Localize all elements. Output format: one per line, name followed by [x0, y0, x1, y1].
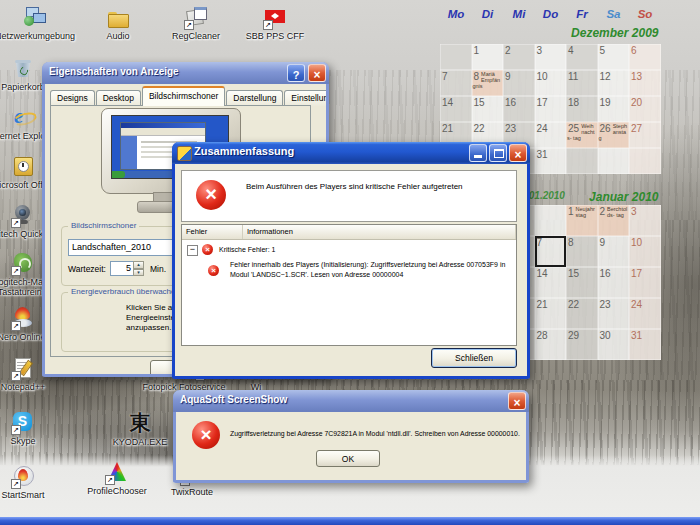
error-icon-item: × — [208, 265, 219, 276]
audio-icon — [106, 5, 130, 29]
shortcut-arrow-icon: ↗ — [11, 266, 21, 276]
ok-button[interactable]: OK — [316, 450, 380, 467]
shortcut-arrow-icon: ↗ — [11, 425, 21, 435]
shortcut-arrow-icon: ↗ — [11, 218, 21, 228]
display-properties-title: Eigenschaften von Anzeige — [49, 66, 179, 77]
mini-toolbar — [121, 128, 205, 136]
logitech-quickcam-icon: ↗ — [11, 203, 35, 227]
window-summary: Zusammenfassung × × Beim Ausführen des P… — [172, 142, 530, 379]
notepad-plus-plus-icon: ↗ — [11, 356, 35, 380]
maximize-icon — [494, 149, 504, 158]
help-icon: ? — [293, 69, 300, 81]
close-button[interactable]: × — [508, 392, 526, 410]
close-button[interactable]: × — [308, 64, 326, 82]
tab-desktop[interactable]: Desktop — [96, 90, 141, 106]
summary-app-icon — [177, 146, 192, 161]
icon-label: TwixRoute — [132, 487, 252, 497]
shortcut-arrow-icon: ↗ — [11, 321, 21, 331]
summary-title: Zusammenfassung — [194, 145, 294, 157]
display-properties-titlebar[interactable]: Eigenschaften von Anzeige ? × — [42, 62, 329, 84]
tab-designs[interactable]: Designs — [50, 90, 95, 106]
tab-bildschirmschoner[interactable]: Bildschirmschoner — [142, 86, 225, 106]
taskbar[interactable] — [0, 517, 700, 525]
internet-explorer-icon: e — [11, 105, 35, 129]
tree-collapse-toggle[interactable]: − — [187, 245, 198, 256]
minimize-icon — [474, 155, 482, 158]
close-icon: × — [313, 68, 320, 82]
kyodai-exe-icon: 東 — [128, 411, 152, 435]
wait-value-field[interactable]: 5 — [110, 261, 134, 276]
netzwerkumgebung-icon — [23, 5, 47, 29]
column-fehler[interactable]: Fehler — [182, 225, 243, 239]
wait-spinner: ▴ ▾ — [133, 261, 144, 276]
screenshow-message: Zugriffsverletzung bei Adresse 7C92821A … — [230, 430, 520, 437]
sbb-pps-cff-icon: ↗ — [263, 5, 287, 29]
screenshow-title: AquaSoft ScreenShow — [180, 394, 287, 405]
screensaver-group-label: Bildschirmschoner — [68, 221, 139, 230]
window-screenshow-error: AquaSoft ScreenShow × × Zugriffsverletzu… — [173, 390, 529, 483]
icon-label: Notepad++ — [0, 382, 83, 392]
microsoft-office-icon — [11, 154, 35, 178]
close-button[interactable]: × — [509, 144, 527, 162]
icon-label: Skype — [0, 436, 83, 446]
screenshow-titlebar[interactable]: AquaSoft ScreenShow × — [173, 390, 529, 412]
error-icon-large: × — [192, 421, 220, 449]
nero-online-icon: ↗ — [11, 306, 35, 330]
shortcut-arrow-icon: ↗ — [11, 371, 21, 381]
error-list-header: Fehler Informationen — [182, 225, 516, 240]
startsmart-icon: ↗ — [11, 464, 35, 488]
error-item-row[interactable]: Fehler innerhalb des Players (Initialisi… — [230, 260, 512, 279]
logitech-tastatur-icon: ↗ — [11, 251, 35, 275]
error-listview: Fehler Informationen − × Kritische Fehle… — [181, 224, 517, 346]
skype-icon: S↗ — [11, 410, 35, 434]
shortcut-arrow-icon: ↗ — [11, 479, 21, 489]
minimize-button[interactable] — [469, 144, 487, 162]
wait-unit-label: Min. — [150, 264, 166, 274]
display-properties-tabstrip: Designs Desktop Bildschirmschoner Darste… — [50, 87, 326, 106]
tab-darstellung[interactable]: Darstellung — [226, 90, 283, 106]
summary-message: Beim Ausführen des Players sind kritisch… — [246, 182, 463, 191]
screenshow-body: × Zugriffsverletzung bei Adresse 7C92821… — [176, 412, 526, 480]
error-group-row[interactable]: Kritische Fehler: 1 — [219, 245, 275, 255]
summary-body: × Beim Ausführen des Players sind kritis… — [175, 164, 527, 376]
wait-label: Wartezeit: — [68, 264, 106, 274]
shortcut-arrow-icon: ↗ — [263, 20, 273, 30]
desktop: MoDiMiDoFrSaSoDezember 200912345678Mariä… — [0, 0, 700, 525]
column-informationen[interactable]: Informationen — [243, 225, 516, 239]
help-button[interactable]: ? — [287, 64, 305, 82]
icon-label: SBB PPS CFF — [215, 31, 335, 41]
error-icon-large: × — [196, 180, 226, 210]
summary-message-panel: × Beim Ausführen des Players sind kritis… — [181, 170, 517, 222]
maximize-button[interactable] — [489, 144, 507, 162]
schliessen-button[interactable]: Schließen — [431, 348, 517, 368]
shortcut-arrow-icon: ↗ — [105, 475, 115, 485]
papierkorb-icon — [11, 56, 35, 80]
spin-up-button[interactable]: ▴ — [133, 261, 144, 269]
close-icon: × — [513, 396, 520, 410]
mini-start-button — [112, 171, 125, 178]
profilechooser-icon: ↗ — [105, 460, 129, 484]
energy-group-label: Energieverbrauch überwachen — [68, 287, 183, 296]
tab-einstellungen[interactable]: Einstellungen — [284, 90, 326, 106]
spin-down-button[interactable]: ▾ — [133, 269, 144, 277]
error-icon-group: × — [202, 244, 213, 255]
close-icon: × — [514, 148, 521, 162]
regcleaner-icon: ↗ — [184, 5, 208, 29]
mini-sidebar — [121, 136, 137, 169]
summary-titlebar[interactable]: Zusammenfassung × — [172, 142, 530, 164]
shortcut-arrow-icon: ↗ — [184, 20, 194, 30]
